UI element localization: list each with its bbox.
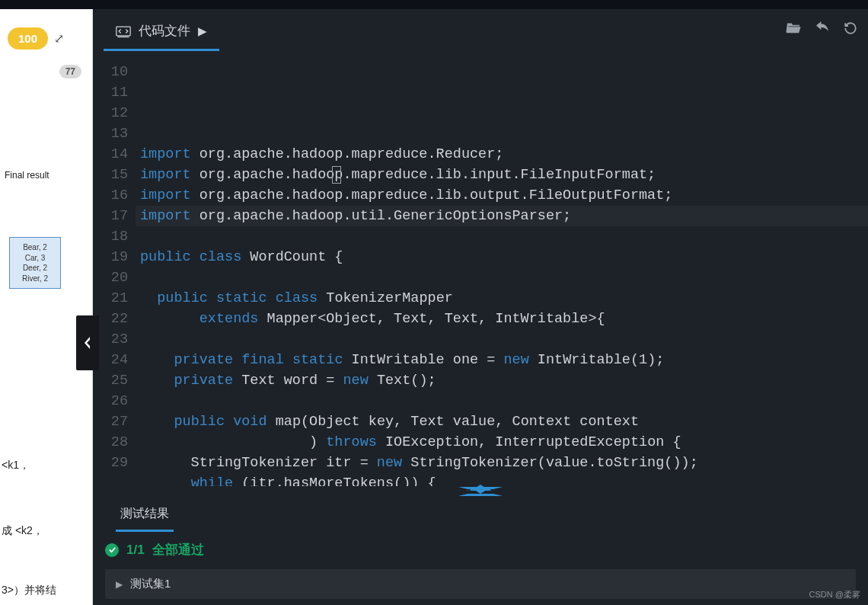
refresh-icon[interactable] bbox=[844, 21, 857, 39]
problem-text-fragment: 成 <k2， bbox=[0, 517, 92, 546]
diagram-row: River, 2 bbox=[11, 274, 59, 284]
diagram-box: Bear, 2 Car, 3 Deer, 2 River, 2 bbox=[9, 237, 61, 289]
editor-area: 代码文件 ▶ 101112131415161718192021222324252… bbox=[93, 9, 868, 605]
code-editor[interactable]: 1011121314151617181920212223242526272829… bbox=[93, 51, 868, 486]
panel-splitter[interactable] bbox=[93, 486, 868, 492]
test-set-label: 测试集1 bbox=[130, 577, 171, 591]
problem-text-fragment: <k1， bbox=[0, 451, 92, 480]
undo-icon[interactable] bbox=[815, 21, 830, 39]
tab-label: 代码文件 bbox=[139, 22, 190, 40]
line-gutter: 1011121314151617181920212223242526272829 bbox=[93, 51, 136, 486]
window-top-strip bbox=[0, 0, 868, 9]
main-columns: 100 ⤢ 77 Final result Bear, 2 Car, 3 Dee… bbox=[0, 9, 868, 605]
results-status-text: 全部通过 bbox=[152, 541, 204, 559]
code-file-icon bbox=[116, 24, 131, 38]
diagram-row: Deer, 2 bbox=[11, 263, 59, 274]
editor-tab-bar: 代码文件 ▶ bbox=[93, 9, 868, 51]
watermark: CSDN @柔雾 bbox=[809, 589, 860, 600]
results-status: 1/1 全部通过 bbox=[93, 532, 868, 569]
chevron-right-icon: ▶ bbox=[116, 579, 123, 590]
folder-open-icon[interactable] bbox=[786, 21, 801, 39]
results-panel: 测试结果 1/1 全部通过 ▶ 测试集1 bbox=[93, 492, 868, 605]
expand-icon[interactable]: ⤢ bbox=[54, 31, 64, 46]
tab-test-results[interactable]: 测试结果 bbox=[116, 500, 174, 532]
results-count: 1/1 bbox=[126, 543, 145, 558]
check-circle-icon bbox=[105, 543, 119, 557]
problem-panel: 100 ⤢ 77 Final result Bear, 2 Car, 3 Dee… bbox=[0, 9, 93, 605]
chevron-left-icon bbox=[83, 337, 92, 349]
final-result-label: Final result bbox=[0, 167, 92, 184]
comment-count-badge[interactable]: 77 bbox=[59, 65, 81, 78]
problem-text-fragment: 3>）并将结 bbox=[0, 576, 92, 605]
chevron-right-icon: ▶ bbox=[198, 24, 207, 38]
collapse-handle[interactable] bbox=[76, 315, 99, 370]
diagram-row: Car, 3 bbox=[11, 253, 59, 264]
score-badge: 100 bbox=[8, 27, 48, 50]
splitter-grip-icon bbox=[465, 485, 496, 494]
diagram-row: Bear, 2 bbox=[11, 242, 59, 253]
code-content[interactable]: import org.apache.hadoop.mapreduce.Reduc… bbox=[136, 51, 868, 486]
test-set-row[interactable]: ▶ 测试集1 bbox=[105, 569, 856, 599]
cursor-indicator bbox=[332, 166, 341, 184]
tab-code-file[interactable]: 代码文件 ▶ bbox=[104, 14, 219, 51]
